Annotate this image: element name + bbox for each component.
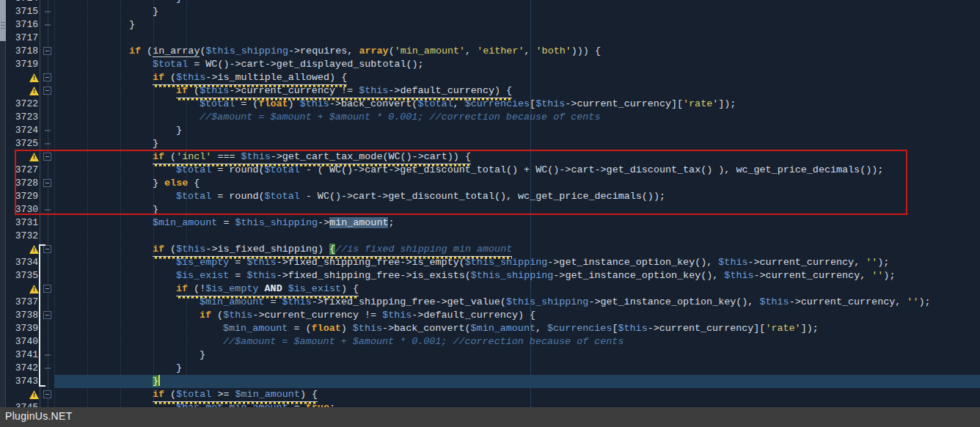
code-text: //$amount = $amount + $amount * 0.001; /…	[0, 335, 624, 348]
code-text: }	[0, 137, 158, 150]
scope-bracket	[39, 244, 40, 387]
code-text: $total = round($total - ( WC()->cart->ge…	[0, 164, 883, 177]
code-line[interactable]: 3743}	[0, 375, 980, 388]
code-line[interactable]: 3742}	[0, 362, 980, 375]
code-line[interactable]: 3716}	[0, 18, 980, 32]
code-line[interactable]: 3715}	[0, 5, 980, 18]
code-text: if ($this->is_multiple_allowed) {	[0, 71, 347, 84]
code-text: }	[0, 124, 182, 137]
code-line[interactable]: 3730}	[0, 203, 980, 216]
code-line[interactable]: 3714}	[0, 0, 980, 5]
code-text: }	[0, 203, 158, 216]
warning-underline: if ($this->is_fixed_shipping) {//is fixe…	[153, 243, 512, 257]
code-line[interactable]: 3717	[0, 32, 980, 45]
code-line[interactable]: if ('incl' === $this->get_cart_tax_mode(…	[0, 150, 980, 164]
code-line[interactable]: 3729$total = round($total - WC()->cart->…	[0, 190, 980, 203]
code-line[interactable]: 3722$total = (float) $this->back_convert…	[0, 98, 980, 111]
code-text	[0, 32, 59, 45]
code-text: if (in_array($this_shipping->requires, a…	[0, 45, 601, 58]
code-text: } else {	[0, 177, 200, 190]
code-text: if (!$is_empty AND $is_exist) {	[0, 282, 359, 296]
current-line-highlight	[54, 375, 980, 388]
code-text: $total = round($total - WC()->cart->get_…	[0, 190, 665, 203]
code-line[interactable]: if (!$is_empty AND $is_exist) {	[0, 282, 980, 296]
code-line[interactable]: 3741}	[0, 348, 980, 362]
code-line[interactable]: 3725}	[0, 137, 980, 150]
code-line[interactable]: if ($this->is_multiple_allowed) {	[0, 71, 980, 84]
code-line[interactable]: 3740//$amount = $amount + $amount * 0.00…	[0, 335, 980, 348]
scrollbar-thumb[interactable]	[0, 0, 6, 41]
warning-underline: if ($this->is_multiple_allowed) {	[153, 71, 347, 85]
code-line[interactable]: 3737$min_amount = $this->fixed_shipping_…	[0, 296, 980, 309]
code-line[interactable]: 3738if ($this->current_currency != $this…	[0, 309, 980, 322]
code-text: $min_amount = $this->fixed_shipping_free…	[0, 296, 931, 309]
code-line[interactable]: 3718if (in_array($this_shipping->require…	[0, 45, 980, 58]
text-caret	[158, 375, 160, 386]
code-line[interactable]: 3723//$amount = $amount + $amount * 0.00…	[0, 111, 980, 124]
code-text: }	[0, 375, 160, 388]
code-text: }	[0, 348, 205, 362]
code-line[interactable]: 3731$min_amount = $this_shipping->min_am…	[0, 216, 980, 230]
code-text	[0, 230, 59, 243]
code-line[interactable]: 3739$min_amount = (float) $this->back_co…	[0, 322, 980, 335]
code-text: //$amount = $amount + $amount * 0.001; /…	[0, 111, 600, 124]
code-text: if ($this->current_currency != $this->de…	[0, 309, 535, 322]
left-scrollbar[interactable]	[0, 0, 6, 427]
code-line[interactable]: 3735$is_exist = $this->fixed_shipping_fr…	[0, 269, 980, 282]
warning-underline: if ('incl' === $this->get_cart_tax_mode(…	[153, 150, 471, 164]
code-text: }	[0, 5, 158, 18]
code-line[interactable]: if ($this->is_fixed_shipping) {//is fixe…	[0, 243, 980, 256]
code-text: if ($this->current_currency != $this->de…	[0, 84, 512, 98]
scope-bracket-bottom-tick	[39, 385, 45, 387]
code-text: $is_exist = $this->fixed_shipping_free->…	[0, 269, 895, 282]
code-line[interactable]: 3727$total = round($total - ( WC()->cart…	[0, 164, 980, 177]
watermark-bar: PluginUs.NET	[0, 407, 980, 427]
code-text: }	[0, 362, 182, 375]
code-line[interactable]: 3734$is_empty = $this->fixed_shipping_fr…	[0, 256, 980, 269]
warning-underline: if ($total >= $min_amount) {	[153, 388, 318, 402]
watermark-text: PluginUs.NET	[5, 410, 73, 422]
code-text: $total = (float) $this->back_convert($to…	[0, 98, 736, 111]
code-text: $total = WC()->cart->get_displayed_subto…	[0, 58, 424, 71]
code-line[interactable]: if ($total >= $min_amount) {	[0, 388, 980, 401]
code-line[interactable]: 3724}	[0, 124, 980, 137]
warning-underline: if ($this->current_currency != $this->de…	[176, 84, 512, 98]
code-text: }	[0, 18, 135, 32]
code-text: $is_empty = $this->fixed_shipping_free->…	[0, 256, 889, 269]
code-line[interactable]: if ($this->current_currency != $this->de…	[0, 84, 980, 98]
code-text: if ($this->is_fixed_shipping) {//is fixe…	[0, 243, 512, 256]
code-line[interactable]: 3728} else {	[0, 177, 980, 190]
code-text: if ($total >= $min_amount) {	[0, 388, 318, 401]
code-text: $min_amount = (float) $this->back_conver…	[0, 322, 819, 335]
code-line[interactable]: 3719$total = WC()->cart->get_displayed_s…	[0, 58, 980, 71]
code-text: $min_amount = $this_shipping->min_amount…	[0, 216, 395, 230]
warning-underline: if (!$is_empty AND $is_exist) {	[176, 282, 359, 296]
ide-editor-window: 3714}3715}3716}37173718if (in_array($thi…	[0, 0, 980, 427]
code-text: }	[0, 0, 182, 5]
code-text: if ('incl' === $this->get_cart_tax_mode(…	[0, 150, 471, 164]
code-area[interactable]: 3714}3715}3716}37173718if (in_array($thi…	[0, 0, 980, 427]
code-line[interactable]: 3732	[0, 230, 980, 243]
scope-bracket-top-tick	[39, 244, 45, 246]
